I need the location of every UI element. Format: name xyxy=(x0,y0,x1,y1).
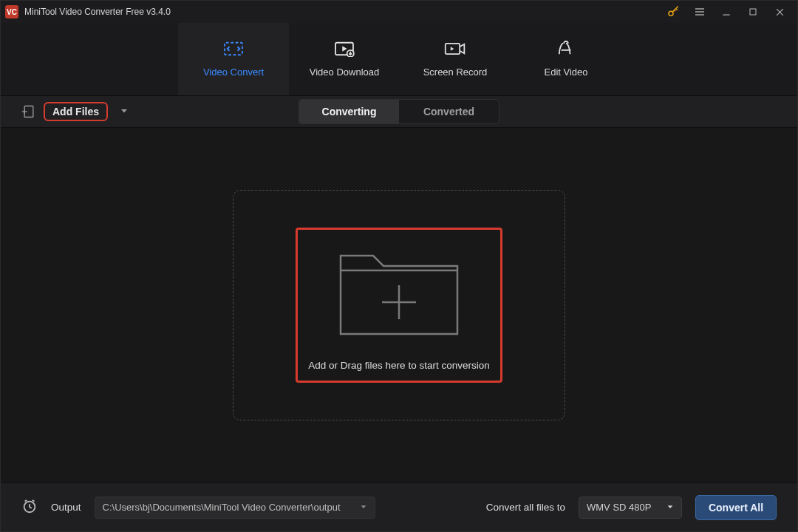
seg-label: Converted xyxy=(423,106,474,117)
seg-converting[interactable]: Converting xyxy=(299,100,399,123)
tab-video-download[interactable]: Video Download xyxy=(289,23,400,95)
output-path-select[interactable]: C:\Users\bj\Documents\MiniTool Video Con… xyxy=(95,497,375,519)
seg-converted[interactable]: Converted xyxy=(399,100,499,123)
app-title: MiniTool Video Converter Free v3.4.0 xyxy=(24,7,171,17)
tab-label: Screen Record xyxy=(423,66,488,78)
svg-marker-17 xyxy=(121,109,127,113)
tab-label: Video Download xyxy=(310,66,379,78)
maximize-button[interactable] xyxy=(740,1,766,22)
tab-label: Edit Video xyxy=(544,66,587,78)
edit-icon xyxy=(555,41,577,59)
dropzone[interactable]: Add or Drag files here to start conversi… xyxy=(233,190,565,420)
chevron-down-icon xyxy=(666,502,674,513)
add-files-button[interactable]: Add Files xyxy=(44,102,108,121)
app-window: VC MiniTool Video Converter Free v3.4.0 xyxy=(0,0,798,532)
output-path-value: C:\Users\bj\Documents\MiniTool Video Con… xyxy=(103,502,341,513)
workspace: Add or Drag files here to start conversi… xyxy=(1,128,797,482)
tab-screen-record[interactable]: Screen Record xyxy=(400,23,511,95)
download-icon xyxy=(333,41,355,59)
minimize-button[interactable] xyxy=(713,1,740,22)
add-files-label: Add Files xyxy=(52,106,99,117)
add-files-dropdown[interactable] xyxy=(115,102,133,121)
record-icon xyxy=(444,41,466,59)
dropzone-highlight[interactable]: Add or Drag files here to start conversi… xyxy=(296,228,502,383)
dropzone-hint: Add or Drag files here to start conversi… xyxy=(308,360,489,371)
clock-icon[interactable] xyxy=(21,498,38,516)
close-button[interactable] xyxy=(766,1,793,22)
svg-marker-23 xyxy=(668,505,673,508)
convert-all-to-label: Convert all files to xyxy=(486,502,565,513)
chevron-down-icon xyxy=(360,502,367,513)
toolbar: Add Files Converting Converted xyxy=(1,95,797,128)
output-format-value: WMV SD 480P xyxy=(587,502,651,513)
svg-marker-13 xyxy=(451,47,454,50)
tab-video-convert[interactable]: Video Convert xyxy=(178,23,289,95)
tab-label: Video Convert xyxy=(203,66,264,78)
seg-label: Converting xyxy=(322,106,377,117)
bottom-bar: Output C:\Users\bj\Documents\MiniTool Vi… xyxy=(1,482,797,531)
svg-marker-22 xyxy=(361,505,366,508)
svg-rect-5 xyxy=(750,9,756,15)
convert-all-label: Convert All xyxy=(709,502,763,514)
convert-all-button[interactable]: Convert All xyxy=(695,495,777,520)
key-icon[interactable] xyxy=(660,1,686,22)
titlebar: VC MiniTool Video Converter Free v3.4.0 xyxy=(1,1,797,23)
tab-edit-video[interactable]: Edit Video xyxy=(511,23,621,95)
output-label: Output xyxy=(51,502,81,513)
output-format-select[interactable]: WMV SD 480P xyxy=(579,497,682,519)
add-file-icon[interactable] xyxy=(21,104,36,119)
folder-plus-icon xyxy=(336,239,462,342)
main-tabs: Video Convert Video Download xyxy=(1,23,797,95)
status-segment: Converting Converted xyxy=(299,99,499,124)
svg-marker-10 xyxy=(342,46,347,51)
menu-icon[interactable] xyxy=(686,1,713,22)
app-logo-icon: VC xyxy=(5,5,18,18)
convert-icon xyxy=(222,41,245,59)
